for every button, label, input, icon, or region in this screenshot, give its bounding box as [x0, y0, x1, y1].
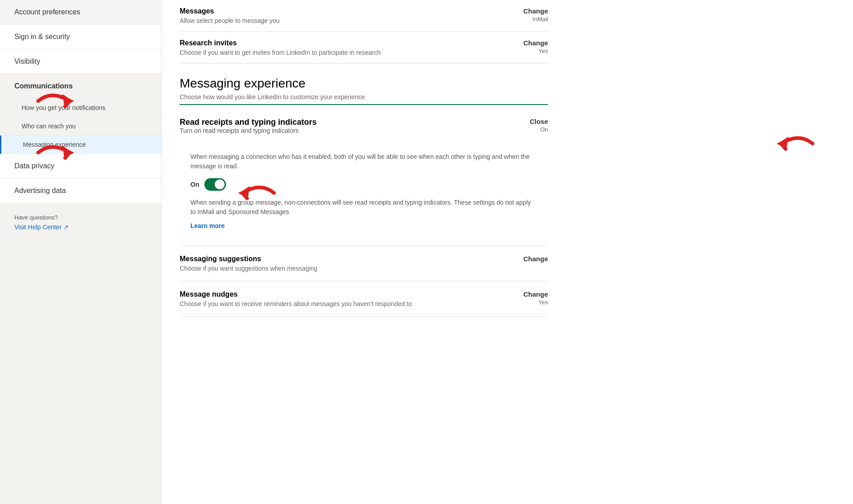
learn-more-link[interactable]: Learn more [190, 222, 225, 229]
read-receipts-desc: Turn on read receipts and typing indicat… [180, 127, 317, 134]
help-center-text: Visit Help Center [14, 224, 62, 231]
sidebar-item-label: How you get your notifications [22, 104, 106, 111]
main-content: Messages Allow select people to message … [162, 0, 853, 504]
messages-change-btn[interactable]: Change [512, 7, 548, 15]
research-right: Change Yes [512, 39, 548, 54]
read-receipts-note: When sending a group message, non-connec… [190, 198, 537, 217]
messaging-suggestions-right: Change [512, 255, 548, 263]
sidebar-item-label: Advertising data [14, 187, 66, 195]
visit-help-center-link[interactable]: Visit Help Center ↗ [14, 224, 147, 231]
toggle-on-label: On [190, 181, 199, 188]
message-nudges-title: Message nudges [180, 290, 412, 298]
message-nudges-desc: Choose if you want to receive reminders … [180, 300, 412, 307]
help-section: Have questions? Visit Help Center ↗ [0, 203, 161, 241]
messages-right: Change InMail [512, 7, 548, 22]
research-change-btn[interactable]: Change [512, 39, 548, 47]
read-receipts-header: Read receipts and typing indicators Turn… [180, 118, 548, 141]
research-left: Research invites Choose if you want to g… [180, 39, 380, 56]
sidebar-sub-item-messaging-experience[interactable]: Messaging experience [0, 136, 161, 154]
read-receipts-detail-desc: When messaging a connection who has it e… [190, 152, 537, 171]
messaging-suggestions-change-btn[interactable]: Change [512, 255, 548, 263]
sidebar-item-advertising-data[interactable]: Advertising data [0, 179, 161, 203]
messaging-suggestions-desc: Choose if you want suggestions when mess… [180, 265, 318, 272]
green-divider [180, 104, 548, 105]
research-status: Yes [512, 48, 548, 54]
message-nudges-status: Yes [512, 299, 548, 306]
message-nudges-left: Message nudges Choose if you want to rec… [180, 290, 412, 307]
messages-left: Messages Allow select people to message … [180, 7, 280, 24]
sidebar-item-label: Visibility [14, 57, 40, 66]
messaging-experience-section-header: Messaging experience Choose how would yo… [180, 64, 548, 109]
read-receipts-toggle[interactable] [204, 178, 226, 191]
sidebar-item-visibility[interactable]: Visibility [0, 49, 161, 74]
read-receipts-left: Read receipts and typing indicators Turn… [180, 118, 317, 141]
sidebar-item-account-preferences[interactable]: Account preferences [0, 0, 161, 25]
messaging-experience-subheading: Choose how would you like LinkedIn to cu… [180, 93, 548, 101]
read-receipts-title: Read receipts and typing indicators [180, 118, 317, 127]
sidebar-item-label: Messaging experience [23, 141, 86, 148]
messages-row: Messages Allow select people to message … [180, 0, 548, 32]
messaging-suggestions-title: Messaging suggestions [180, 255, 318, 263]
read-receipts-on-status: On [512, 126, 548, 133]
sidebar-sub-item-who-can-reach[interactable]: Who can reach you [0, 117, 161, 136]
sidebar-item-label: Account preferences [14, 8, 80, 16]
read-receipts-close-area: Close On [512, 118, 548, 133]
sidebar-item-label: Who can reach you [22, 123, 76, 130]
messages-status: InMail [512, 16, 548, 22]
messaging-suggestions-row: Messaging suggestions Choose if you want… [180, 246, 548, 281]
sidebar-item-sign-in-security[interactable]: Sign in & security [0, 25, 161, 49]
research-desc: Choose if you want to get invites from L… [180, 49, 380, 56]
sidebar-item-label: Communications [14, 82, 73, 90]
sidebar-item-label: Data privacy [14, 162, 54, 170]
toggle-slider [204, 178, 226, 191]
messages-title: Messages [180, 7, 280, 15]
messages-desc: Allow select people to message you [180, 17, 280, 24]
sidebar-item-data-privacy[interactable]: Data privacy [0, 154, 161, 179]
research-title: Research invites [180, 39, 380, 47]
message-nudges-right: Change Yes [512, 290, 548, 306]
research-invites-row: Research invites Choose if you want to g… [180, 32, 548, 64]
messaging-suggestions-left: Messaging suggestions Choose if you want… [180, 255, 318, 272]
sidebar: Account preferences Sign in & security V… [0, 0, 162, 504]
messaging-experience-heading: Messaging experience [180, 76, 548, 91]
sidebar-item-communications[interactable]: Communications [0, 74, 161, 99]
read-receipts-close-btn[interactable]: Close [512, 118, 548, 125]
help-label: Have questions? [14, 214, 147, 221]
message-nudges-change-btn[interactable]: Change [512, 290, 548, 298]
sidebar-item-label: Sign in & security [14, 33, 70, 41]
read-receipts-detail: When messaging a connection who has it e… [180, 145, 548, 237]
toggle-row: On [190, 178, 537, 191]
message-nudges-row: Message nudges Choose if you want to rec… [180, 281, 548, 317]
read-receipts-section: Read receipts and typing indicators Turn… [180, 109, 548, 246]
sidebar-sub-item-notifications[interactable]: How you get your notifications [0, 99, 161, 117]
external-link-icon: ↗ [63, 224, 69, 231]
